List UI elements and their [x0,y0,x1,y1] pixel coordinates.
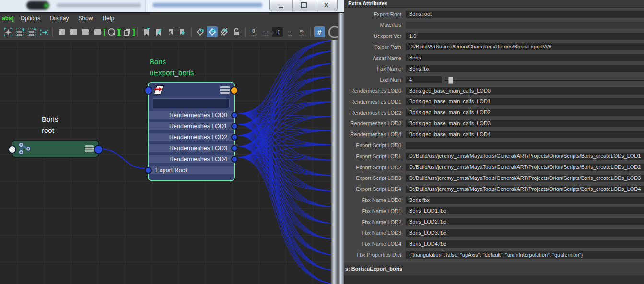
pin-selection-button[interactable] [38,26,49,37]
traversal-depth-field[interactable]: -1 [272,26,283,37]
menu-tabs[interactable]: abs] [1,14,16,23]
bookmark-previous-button[interactable] [165,26,176,37]
attr-label: Rendermeshes LOD4 [344,131,401,137]
uexport-output-port[interactable] [230,86,238,95]
bookmark-edit-icon [155,28,162,36]
attr-field[interactable]: 1.0 [406,33,644,40]
attr-field[interactable]: Boris:geo_base_main_calfs_LOD1 [406,98,644,105]
display-custom-button[interactable] [92,26,103,37]
uexport-row-export-root[interactable]: Export Root [149,166,234,174]
bookmark-next-button[interactable] [177,26,188,37]
node-graph-canvas[interactable]: Boris root Boris uExport_boris [0,40,338,284]
bookmark-edit-button[interactable] [153,26,164,37]
uexport-input-port[interactable] [144,86,152,95]
output-port-lod3[interactable] [231,145,238,152]
attr-field[interactable] [406,142,644,149]
slider-handle[interactable] [448,77,453,84]
attr-field[interactable]: Boris_LOD4.fbx [406,240,644,248]
unlimited-depth-button[interactable]: ∞... [296,26,307,37]
zero-connections-button[interactable]: 0... [248,26,259,37]
search-icon [108,28,115,36]
attr-label: Uexport Ver [344,33,401,39]
display-connected-button[interactable] [68,26,79,37]
display-simple-button[interactable] [56,26,67,37]
node-editor-menubar: abs] Options Display Show Help [0,13,344,24]
input-port-export-root[interactable] [145,167,152,174]
attr-field[interactable]: D:/Build/usr/jeremy_ernst/MayaTools/Gene… [406,164,644,171]
bookmark-add-button[interactable] [141,26,152,37]
attr-field[interactable]: Boris_LOD1.fbx [406,207,644,214]
uexport-row-lod2[interactable]: Rendermeshes LOD2 [149,133,234,141]
maximize-button[interactable] [293,0,315,11]
attr-field[interactable]: D:/Build/usr/jeremy_ernst/MayaTools/Gene… [406,186,644,193]
output-port-lod2[interactable] [231,134,238,141]
root-node[interactable] [12,140,99,158]
menu-options[interactable]: Options [16,14,45,23]
attr-field[interactable]: Boris:geo_base_main_calfs_LOD3 [406,120,644,127]
uexport-row-lod0[interactable]: Rendermeshes LOD0 [149,111,234,119]
swatch-mode-button[interactable] [121,26,132,37]
show-all-button[interactable] [207,26,218,37]
dots-glyph: ... [251,33,257,36]
attr-field[interactable]: D:/Build/ArtSource/Orion/Characters/Hero… [406,43,644,50]
attr-field[interactable]: Boris [406,54,644,61]
output-port-lod4[interactable] [231,156,238,163]
add-attribute-button[interactable] [14,26,25,37]
attr-field[interactable] [406,22,644,29]
output-port-lod0[interactable] [231,112,238,118]
uexport-row-lod4[interactable]: Rendermeshes LOD4 [149,155,234,163]
display-full-button[interactable] [80,26,91,37]
green-bracket-open: [ [103,26,106,37]
output-port-lod1[interactable] [231,123,238,130]
panel-title[interactable]: Extra Attributes [344,0,644,8]
node-menu-icon[interactable] [85,145,94,152]
attr-field[interactable]: Boris_LOD3.fbx [406,229,644,237]
attr-label: Fbx Properties Dict [344,252,401,258]
attr-field[interactable]: Boris.fbx [406,197,644,204]
node-menu-icon[interactable] [220,86,230,94]
root-output-port[interactable] [94,145,103,154]
attr-field[interactable]: Boris.fbx [406,65,644,72]
menu-display[interactable]: Display [45,14,73,23]
menu-help[interactable]: Help [97,14,119,23]
uexport-node[interactable]: Rendermeshes LOD0Rendermeshes LOD1Render… [148,82,235,181]
attr-row-14: Export Script LOD2D:/Build/usr/jeremy_er… [344,164,644,171]
toolbar-separator [137,27,138,37]
attr-field[interactable]: Boris:geo_base_main_calfs_LOD0 [406,87,644,95]
attr-field[interactable]: {"triangulation": false, "upAxis": "defa… [406,251,644,259]
create-node-button[interactable] [2,26,13,37]
attr-field[interactable]: D:/Build/usr/jeremy_ernst/MayaTools/Gene… [406,175,644,182]
uexport-empty-field[interactable] [153,98,230,108]
grid-toggle-button[interactable]: # [314,26,325,37]
hide-attributes-button[interactable] [219,26,230,37]
collapse-connections-button[interactable]: →←... [260,26,271,37]
root-node-label: Boris root [42,114,58,136]
search-toggle-button[interactable] [106,26,117,37]
uexport-row-lod1[interactable]: Rendermeshes LOD1 [149,122,234,130]
remove-attribute-button[interactable] [26,26,37,37]
menu-show[interactable]: Show [73,14,97,23]
attr-label: Fbx Name LOD2 [344,219,401,225]
uexport-node-header[interactable] [149,83,234,97]
attr-label: Export Script LOD2 [344,165,401,170]
attr-field[interactable]: D:/Build/usr/jeremy_ernst/MayaTools/Gene… [406,153,644,160]
root-input-port[interactable] [8,145,16,154]
close-icon: X [324,2,328,9]
lod-num-slider[interactable] [445,76,644,83]
extra-attributes-panel: Extra Attributes Export RootBoris:rootMa… [344,0,644,284]
minimize-icon [279,7,283,8]
attr-field[interactable]: Boris:geo_base_main_calfs_LOD2 [406,109,644,116]
attr-field[interactable]: Boris:root [406,11,644,18]
sparkle-box-icon [4,28,12,36]
minimize-button[interactable] [270,0,293,11]
show-shapes-button[interactable] [195,26,206,37]
attr-field[interactable]: Boris_LOD2.fbx [406,218,644,225]
attr-field[interactable]: Boris:geo_base_main_calfs_LOD4 [406,131,644,138]
lock-button[interactable] [231,26,242,37]
lod-num-field[interactable]: 4 [406,76,442,83]
attr-label: Export Script LOD4 [344,186,401,192]
expand-connections-button[interactable]: ↔... [284,26,295,37]
uexport-row-lod3[interactable]: Rendermeshes LOD3 [149,144,234,152]
close-button[interactable]: X [315,0,337,11]
node-editor-scrollbar[interactable] [331,40,338,284]
